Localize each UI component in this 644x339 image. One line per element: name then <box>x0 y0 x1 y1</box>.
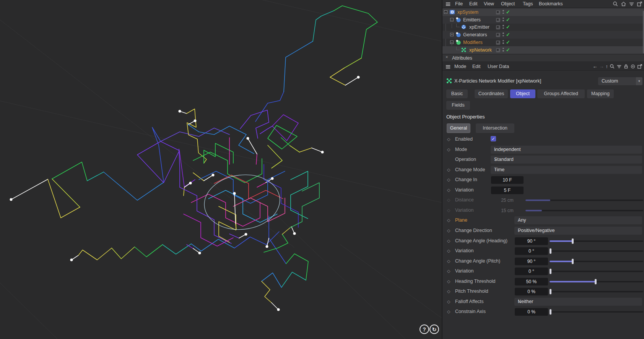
menu-item-file[interactable]: File <box>455 1 463 6</box>
enabled-check-icon[interactable]: ✓ <box>506 32 510 37</box>
reset-button[interactable]: ↻ <box>429 324 439 334</box>
3d-viewport[interactable] <box>0 0 442 339</box>
tree-label[interactable]: Emitters <box>463 17 481 23</box>
enabled-check-icon[interactable]: ✓ <box>506 47 510 53</box>
slider[interactable] <box>550 311 643 313</box>
new-window-icon[interactable] <box>637 64 642 69</box>
tab-fields[interactable]: Fields <box>446 101 470 110</box>
layer-chip-icon[interactable] <box>496 33 500 37</box>
toolbar-item-mode[interactable]: Mode <box>454 64 466 69</box>
value-input[interactable]: 0 % <box>515 288 548 295</box>
dropdown[interactable]: Positive/Negative▼ <box>514 227 642 235</box>
tree-label[interactable]: Generators <box>463 32 487 37</box>
slider-handle[interactable] <box>550 309 551 315</box>
subtab-general[interactable]: General <box>447 123 470 133</box>
value-input[interactable]: 0 ° <box>515 247 548 255</box>
tree-row-xpnetwork[interactable]: xpNetwork✓ <box>442 46 644 54</box>
tab-mapping[interactable]: Mapping <box>587 89 614 98</box>
slider[interactable] <box>550 291 643 292</box>
tree-row-xpsystem[interactable]: –xpSystem✓ <box>442 8 644 16</box>
filter-icon[interactable] <box>629 1 634 7</box>
close-icon[interactable]: × <box>446 55 448 59</box>
slider[interactable] <box>550 261 643 262</box>
expand-minus-icon[interactable]: – <box>444 10 447 14</box>
new-window-icon[interactable] <box>637 1 642 7</box>
tree-row-emitters[interactable]: –Emitters✓ <box>442 16 644 24</box>
slider-handle[interactable] <box>595 279 597 284</box>
visibility-dots-icon[interactable] <box>503 18 504 23</box>
visibility-dots-icon[interactable] <box>503 10 504 15</box>
value-input[interactable]: 5 F <box>491 187 524 194</box>
tab-groups-affected[interactable]: Groups Affected <box>537 89 585 98</box>
chevron-down-icon[interactable]: ▼ <box>636 77 642 85</box>
help-button[interactable]: ? <box>420 324 429 334</box>
slider-handle[interactable] <box>572 259 574 264</box>
filter-icon[interactable] <box>616 64 622 69</box>
tab-coordinates[interactable]: Coordinates <box>475 89 508 98</box>
menu-item-bookmarks[interactable]: Bookmarks <box>539 1 563 6</box>
layer-chip-icon[interactable] <box>496 10 500 15</box>
layer-chip-icon[interactable] <box>496 41 500 45</box>
tree-label[interactable]: xpEmitter <box>469 24 490 30</box>
slider-handle[interactable] <box>550 248 551 254</box>
dropdown[interactable]: Standard▼ <box>491 156 642 164</box>
target-icon[interactable] <box>630 64 636 69</box>
checkbox[interactable]: ✓ <box>491 136 496 141</box>
tab-basic[interactable]: Basic <box>446 89 468 98</box>
layer-chip-icon[interactable] <box>496 48 500 52</box>
slider-handle[interactable] <box>572 238 574 244</box>
value-input[interactable]: 90 ° <box>515 237 548 245</box>
slider[interactable] <box>550 250 643 252</box>
dropdown[interactable]: Independent▼ <box>491 146 642 154</box>
visibility-dots-icon[interactable] <box>503 48 504 53</box>
back-icon[interactable]: ← <box>593 63 598 69</box>
hamburger-icon[interactable] <box>446 64 451 70</box>
search-icon[interactable] <box>610 64 615 69</box>
subtab-intersection[interactable]: Intersection <box>476 123 514 133</box>
up-icon[interactable]: ↑ <box>606 63 608 69</box>
enabled-check-icon[interactable]: ✓ <box>506 39 510 45</box>
dropdown[interactable]: Neither▼ <box>514 298 642 306</box>
menu-item-object[interactable]: Object <box>501 1 515 6</box>
slider[interactable] <box>550 271 643 272</box>
visibility-dots-icon[interactable] <box>503 25 504 30</box>
slider[interactable] <box>550 240 643 242</box>
toolbar-item-edit[interactable]: Edit <box>472 64 481 69</box>
forward-icon[interactable]: → <box>599 63 604 69</box>
expand-plus-icon[interactable]: + <box>450 33 454 36</box>
slider[interactable] <box>550 281 643 282</box>
tree-label[interactable]: Modifiers <box>463 40 483 45</box>
value-input[interactable]: 90 ° <box>515 258 548 265</box>
value-input[interactable]: 10 F <box>491 176 524 184</box>
tree-row-generators[interactable]: +Generators✓ <box>442 31 644 39</box>
layer-chip-icon[interactable] <box>496 25 500 29</box>
menu-item-view[interactable]: View <box>484 1 494 6</box>
enabled-check-icon[interactable]: ✓ <box>506 17 510 23</box>
value-input[interactable]: 0 % <box>515 308 548 316</box>
tree-label[interactable]: xpNetwork <box>469 47 492 53</box>
tree-label[interactable]: xpSystem <box>457 10 478 15</box>
tree-row-modifiers[interactable]: –Modifiers✓ <box>442 39 644 46</box>
toolbar-item-user-data[interactable]: User Data <box>488 64 509 69</box>
visibility-dots-icon[interactable] <box>503 32 504 37</box>
menu-item-tags[interactable]: Tags <box>523 1 533 6</box>
tab-object[interactable]: Object <box>510 89 535 98</box>
enabled-check-icon[interactable]: ✓ <box>506 24 510 30</box>
tree-row-xpemitter[interactable]: xpEmitter✓ <box>442 23 644 31</box>
slider-handle[interactable] <box>550 269 551 274</box>
enabled-check-icon[interactable]: ✓ <box>506 9 510 15</box>
expand-minus-icon[interactable]: – <box>450 18 454 21</box>
preset-dropdown[interactable]: Custom ▼ <box>598 77 642 85</box>
dropdown[interactable]: Time▼ <box>491 166 642 174</box>
layer-chip-icon[interactable] <box>496 18 500 22</box>
lock-icon[interactable] <box>623 64 629 69</box>
slider-handle[interactable] <box>550 289 551 294</box>
value-input[interactable]: 0 ° <box>515 268 548 275</box>
visibility-dots-icon[interactable] <box>503 40 504 45</box>
menu-item-edit[interactable]: Edit <box>469 1 478 6</box>
home-icon[interactable] <box>621 1 626 7</box>
expand-minus-icon[interactable]: – <box>450 41 454 44</box>
search-icon[interactable] <box>613 1 618 7</box>
hamburger-icon[interactable] <box>446 2 451 7</box>
value-input[interactable]: 50 % <box>515 278 548 285</box>
